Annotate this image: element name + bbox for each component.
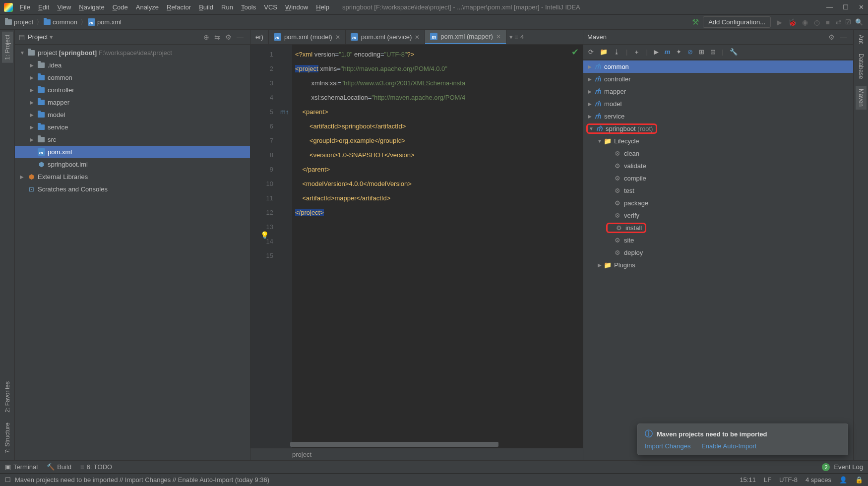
run-maven-icon[interactable]: ▶	[654, 48, 659, 56]
lock-icon[interactable]: 🔒	[855, 476, 863, 484]
maven-tree-item[interactable]: ⚙package	[583, 197, 853, 209]
toggle-skip-tests-icon[interactable]: ⊘	[687, 48, 693, 56]
execute-maven-goal-icon[interactable]: m	[665, 48, 671, 56]
status-icon[interactable]: ☐	[5, 476, 11, 484]
project-view-dropdown-icon[interactable]: ▾	[50, 33, 53, 41]
debug-icon[interactable]: 🐞	[788, 18, 797, 26]
intention-bulb-icon[interactable]: 💡	[260, 231, 269, 239]
database-tool-tab[interactable]: Database	[856, 51, 867, 82]
vcs-commit-icon[interactable]: ☑	[845, 18, 851, 26]
breadcrumb-item[interactable]: project	[5, 18, 33, 26]
editor-tab[interactable]: er)	[250, 30, 269, 44]
maven-tree-item[interactable]: ⚙compile	[583, 172, 853, 184]
editor-breadcrumb[interactable]: project	[250, 448, 583, 460]
editor-tab[interactable]: mpom.xml (service)✕	[346, 30, 426, 44]
menu-window[interactable]: Window	[282, 2, 311, 12]
structure-tool-tab[interactable]: 7: Structure	[2, 420, 13, 456]
toggle-offline-icon[interactable]: ✦	[676, 48, 682, 56]
project-tree-item[interactable]: ▶common	[15, 71, 250, 84]
breadcrumb-item[interactable]: common	[44, 18, 77, 26]
add-maven-project-icon[interactable]: ＋	[633, 48, 640, 57]
todo-tab[interactable]: ≡6: TODO	[80, 463, 112, 471]
search-everywhere-icon[interactable]: 🔍	[855, 18, 863, 26]
close-button[interactable]: ✕	[859, 3, 864, 11]
hide-panel-icon[interactable]: —	[237, 33, 244, 41]
editor-tab[interactable]: mpom.xml (model)✕	[269, 30, 346, 44]
editor-tab[interactable]: mpom.xml (mapper)✕	[425, 30, 506, 44]
ant-tool-tab[interactable]: Ant	[856, 32, 867, 47]
maven-tree-item[interactable]: ▶m̂model	[583, 98, 853, 110]
maven-tree-item[interactable]: ▼m̂springboot (root)	[583, 122, 853, 135]
menu-build[interactable]: Build	[196, 2, 216, 12]
menu-run[interactable]: Run	[218, 2, 236, 12]
project-tree-item[interactable]: ▶⬢External Libraries	[15, 171, 250, 183]
project-tree[interactable]: ▼project [springboot] F:\workspace\idea\…	[15, 45, 250, 460]
caret-position[interactable]: 15:11	[740, 476, 756, 484]
generate-sources-icon[interactable]: 📁	[600, 48, 608, 56]
project-tree-item[interactable]: mpom.xml	[15, 146, 250, 158]
close-tab-icon[interactable]: ✕	[496, 33, 501, 40]
project-tree-item[interactable]: ⊡Scratches and Consoles	[15, 183, 250, 195]
menu-navigate[interactable]: Navigate	[76, 2, 107, 12]
maven-tree-item[interactable]: ▶📁Plugins	[583, 259, 853, 271]
coverage-icon[interactable]: ◉	[802, 18, 808, 26]
project-tree-item[interactable]: ▶service	[15, 121, 250, 133]
close-tab-icon[interactable]: ✕	[415, 34, 420, 41]
maven-tree-item[interactable]: ⚙validate	[583, 160, 853, 172]
menu-analyze[interactable]: Analyze	[133, 2, 162, 12]
download-sources-icon[interactable]: ⭳	[614, 48, 620, 56]
project-panel-title[interactable]: Project	[28, 33, 48, 41]
run-icon[interactable]: ▶	[777, 18, 782, 26]
indent-info[interactable]: 4 spaces	[806, 476, 831, 484]
menu-refactor[interactable]: Refactor	[164, 2, 194, 12]
build-tab[interactable]: 🔨Build	[47, 463, 71, 471]
project-tree-item[interactable]: ▶model	[15, 109, 250, 121]
inspections-icon[interactable]: 👤	[839, 476, 847, 484]
terminal-tab[interactable]: ▣Terminal	[5, 463, 38, 471]
maven-tool-tab[interactable]: Maven	[856, 86, 867, 110]
minimize-button[interactable]: —	[826, 3, 833, 11]
maven-tree-item[interactable]: ▶m̂service	[583, 110, 853, 122]
maven-wrench-icon[interactable]: 🔧	[730, 48, 738, 56]
maven-tree[interactable]: ▶m̂common▶m̂controller▶m̂mapper▶m̂model▶…	[583, 60, 853, 460]
collapse-all-icon[interactable]: ⊟	[710, 48, 716, 56]
maven-tree-item[interactable]: ▼📁Lifecycle	[583, 135, 853, 147]
event-log-tab[interactable]: Event Log	[834, 463, 863, 471]
stop-icon[interactable]: ■	[826, 18, 830, 26]
maven-tree-item[interactable]: ▶m̂mapper	[583, 85, 853, 98]
hide-maven-panel-icon[interactable]: —	[840, 33, 847, 41]
vcs-update-icon[interactable]: ⇄	[836, 18, 841, 26]
project-tree-item[interactable]: ⬢springboot.iml	[15, 158, 250, 171]
settings-icon[interactable]: ⚙	[225, 33, 232, 41]
select-opened-file-icon[interactable]: ⊕	[203, 33, 209, 41]
add-configuration-button[interactable]: Add Configuration...	[703, 16, 771, 28]
horizontal-scrollbar[interactable]	[290, 442, 498, 447]
maven-tree-item[interactable]: ⚙clean	[583, 147, 853, 160]
maximize-button[interactable]: ☐	[843, 3, 849, 11]
favorites-tool-tab[interactable]: 2: Favorites	[2, 378, 13, 416]
file-encoding[interactable]: UTF-8	[779, 476, 798, 484]
maven-tree-item[interactable]: ▶m̂common	[583, 61, 853, 73]
line-separator[interactable]: LF	[764, 476, 771, 484]
menu-tools[interactable]: Tools	[238, 2, 259, 12]
expand-all-icon[interactable]: ⇆	[214, 33, 220, 41]
code-editor[interactable]: <?xml version="1.0" encoding="UTF-8"?><p…	[292, 45, 583, 448]
project-tree-item[interactable]: ▼project [springboot] F:\workspace\idea\…	[15, 47, 250, 59]
close-tab-icon[interactable]: ✕	[335, 34, 340, 41]
menu-code[interactable]: Code	[110, 2, 131, 12]
enable-auto-import-link[interactable]: Enable Auto-Import	[701, 442, 756, 450]
reimport-icon[interactable]: ⟳	[588, 48, 594, 56]
maven-tree-item[interactable]: ▶m̂controller	[583, 73, 853, 85]
import-changes-link[interactable]: Import Changes	[645, 442, 691, 450]
build-icon[interactable]: ⚒	[692, 17, 699, 27]
project-tree-item[interactable]: ▶src	[15, 133, 250, 146]
project-tool-tab[interactable]: 1: Project	[2, 32, 13, 63]
maven-tree-item[interactable]: ⚙deploy	[583, 246, 853, 259]
show-dependencies-icon[interactable]: ⊞	[699, 48, 704, 56]
maven-tree-item[interactable]: ⚙test	[583, 184, 853, 197]
project-tree-item[interactable]: ▶mapper	[15, 96, 250, 109]
maven-tree-item[interactable]: ⚙site	[583, 234, 853, 246]
menu-help[interactable]: Help	[313, 2, 332, 12]
project-tree-item[interactable]: ▶controller	[15, 84, 250, 96]
maven-tree-item[interactable]: ⚙install	[583, 222, 853, 234]
